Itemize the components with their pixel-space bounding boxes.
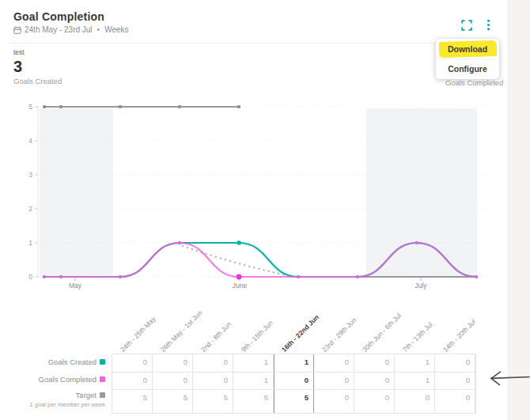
table-row-label: Target — [0, 391, 105, 399]
month-shaded-band — [40, 108, 113, 278]
table-cell: 0 — [435, 354, 475, 372]
series-swatch-icon — [100, 376, 105, 382]
table-cell: 0 — [314, 389, 354, 413]
goals-completed-current-point — [237, 274, 242, 280]
table-cell: 1 — [395, 372, 435, 389]
table-cell: 0 — [354, 354, 395, 372]
table-cell: 0 — [435, 389, 475, 413]
y-tick-label: 2 — [28, 205, 32, 213]
table-cell: 5 — [193, 389, 233, 413]
table-cell: 0 — [354, 389, 395, 413]
table-cell: 0 — [395, 389, 435, 413]
target-point — [59, 105, 62, 108]
table-cell: 1 — [395, 354, 435, 372]
stat-label: Goals Created — [13, 77, 62, 85]
goals-completed-point — [415, 241, 418, 244]
date-range-row: 24th May - 23rd Jul • Weeks — [13, 25, 129, 34]
table-column-header: 23rd - 29th Jun — [320, 316, 358, 354]
kebab-menu-icon — [486, 19, 490, 31]
stat-label-goals-completed: Goals Completed — [445, 78, 503, 87]
date-range: 24th May - 23rd Jul — [25, 25, 93, 34]
goals-created-point — [237, 240, 241, 245]
table-cell: 1 — [233, 354, 274, 372]
goals-completed-point — [59, 275, 62, 278]
table-cell: 0 — [314, 354, 354, 372]
expand-button[interactable] — [460, 18, 474, 32]
table-cell: 0 — [314, 372, 354, 389]
goals-completed-point — [356, 275, 359, 278]
table-cell: 5 — [274, 389, 314, 413]
table-cell: 0 — [354, 372, 395, 389]
table-column-header: 9th - 15th Jun — [240, 319, 274, 354]
stat-value: 3 — [13, 59, 62, 74]
target-description: 1 goal per member per week — [0, 401, 105, 408]
stat-group-label: test — [13, 48, 62, 56]
y-tick-label: 4 — [28, 137, 32, 145]
goals-completed-point — [475, 275, 478, 278]
target-point — [119, 105, 122, 108]
table-cell: 5 — [233, 389, 274, 413]
table-column-header: 16th - 22nd Jun — [280, 313, 320, 354]
bullet-separator: • — [97, 25, 100, 34]
table-cell: 1 — [233, 372, 274, 389]
more-options-button[interactable] — [481, 17, 495, 32]
goals-completed-point — [119, 275, 122, 278]
month-label: July — [415, 282, 427, 289]
menu-item-download[interactable]: Download — [436, 40, 499, 59]
target-point — [43, 105, 46, 108]
expand-icon — [461, 20, 472, 31]
month-label: May — [69, 282, 82, 289]
series-name: Target — [76, 391, 97, 399]
series-swatch-icon — [100, 392, 105, 398]
table-cell: 0 — [153, 354, 193, 372]
menu-item-label: Download — [448, 44, 487, 54]
series-name: Goals Created — [48, 358, 97, 366]
series-swatch-icon — [100, 359, 105, 365]
table-column-header: 26th May - 1st Jun — [159, 308, 204, 354]
month-shaded-band — [366, 108, 477, 278]
table-column-header: 30th Jun - 6th Jul — [361, 312, 403, 354]
y-tick-label: 5 — [28, 103, 32, 111]
weekly-values-table: 000110010000100010555550000 — [112, 354, 476, 414]
table-cell: 0 — [112, 372, 153, 389]
menu-item-configure[interactable]: Configure — [436, 59, 499, 78]
table-cell: 5 — [112, 389, 153, 413]
table-cell: 0 — [193, 372, 233, 389]
table-cell: 0 — [112, 354, 153, 372]
target-point — [178, 105, 181, 108]
table-cell: 0 — [153, 372, 193, 389]
table-cell: 5 — [153, 389, 193, 413]
table-cell: 0 — [435, 372, 475, 389]
goal-completion-chart[interactable]: 012345MayJuneJuly — [0, 99, 507, 295]
table-row-label: Goals Completed — [0, 375, 105, 384]
table-cell: 0 — [193, 354, 233, 372]
target-projection-dotted-line — [183, 246, 286, 275]
header-divider — [8, 43, 500, 44]
month-label: June — [233, 282, 248, 289]
table-column-header: 14th - 20th Jul — [441, 318, 477, 354]
goal-completion-card: Goal Completion 24th May - 23rd Jul • We… — [0, 0, 507, 420]
goals-completed-point — [297, 275, 300, 278]
page-title: Goal Completion — [13, 10, 104, 23]
context-menu: Download Configure — [436, 39, 499, 79]
goals-completed-point — [43, 275, 46, 278]
y-tick-label: 1 — [28, 239, 32, 247]
table-column-header: 2nd - 8th Jun — [199, 320, 233, 354]
granularity-label: Weeks — [104, 25, 128, 34]
calendar-icon — [13, 26, 21, 34]
annotation-arrow-left — [483, 365, 530, 392]
stat-block-goals-created: test 3 Goals Created — [13, 48, 62, 85]
menu-item-label: Configure — [448, 64, 487, 74]
table-cell: 0 — [274, 372, 314, 389]
goals-completed-point — [178, 241, 181, 244]
table-cell: 1 — [274, 354, 314, 372]
y-tick-label: 0 — [28, 273, 32, 281]
table-column-header: 7th - 13th Jul — [401, 320, 434, 354]
series-name: Goals Completed — [39, 375, 97, 384]
y-tick-label: 3 — [28, 171, 32, 179]
target-point — [237, 105, 240, 108]
table-row-label: Goals Created — [0, 358, 105, 366]
table-column-header: 24th - 25th May — [119, 315, 157, 354]
